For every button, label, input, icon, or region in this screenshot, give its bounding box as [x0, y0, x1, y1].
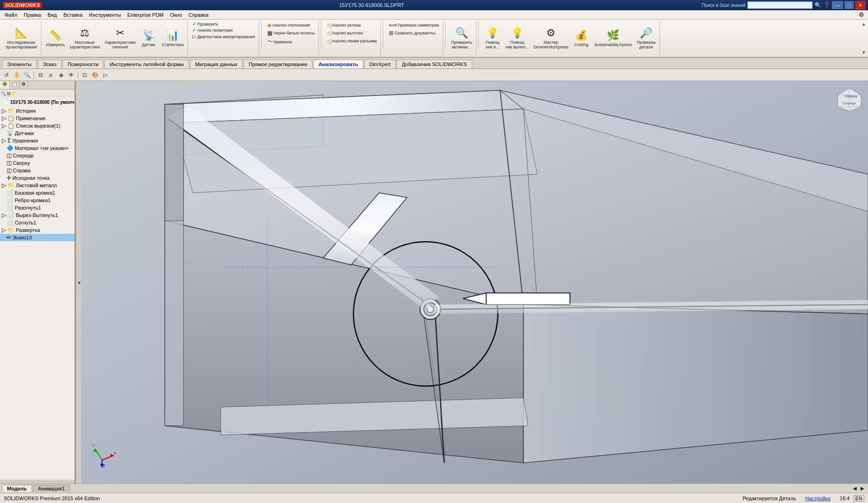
menu-epdm[interactable]: Enterprise PDM: [125, 12, 167, 18]
ribbon-btn-import-diag[interactable]: ▷ Диагностика импортирования: [190, 34, 257, 40]
ribbon-btn-wizard2[interactable]: 💡 Помощник выпол...: [504, 24, 531, 52]
ft-item-flatpattern[interactable]: ▷ 📁 Развертка: [0, 226, 75, 234]
lp-tab-config[interactable]: ⚙: [20, 81, 28, 89]
ribbon-expand-btn[interactable]: ▲: [861, 21, 866, 27]
tab-addins[interactable]: Добавления SOLIDWORKS: [397, 60, 472, 68]
ft-item-cutlist[interactable]: ▷ 📋 Список вырезов(1): [0, 122, 75, 129]
btab-animation[interactable]: Анимация1: [33, 485, 70, 492]
tb2-btn-rotate[interactable]: ↺: [2, 70, 11, 80]
viewport[interactable]: Y X Z Сверху Спереди: [81, 81, 868, 483]
ribbon-btn-geom-analyze[interactable]: ✓ Анализ геометрии: [190, 27, 257, 33]
tb2-btn-appearance[interactable]: 🎨: [90, 70, 100, 80]
tab-direct-edit[interactable]: Прямое редактирование: [244, 60, 312, 68]
ribbon-btn-undercut[interactable]: ◁ Анализ выточек: [325, 29, 379, 37]
tab-dimxpert[interactable]: DimXpert: [364, 60, 396, 68]
ft-item-material[interactable]: 🔷 Материал <не указан>: [0, 144, 75, 152]
menu-tools[interactable]: Инструменты: [86, 12, 124, 18]
left-panel-collapse[interactable]: ◀: [75, 81, 81, 483]
ribbon-btn-parting[interactable]: ◁ Анализ линии разъема: [325, 37, 379, 45]
ribbon-btn-mass[interactable]: ⚖ Массовыехарактеристики: [68, 24, 102, 52]
ft-item-rib-edge[interactable]: ⬜ Ребро-кромка1: [0, 197, 75, 204]
maximize-button[interactable]: □: [845, 1, 854, 9]
toolbar2-sep1: [34, 71, 34, 79]
ribbon-btn-check-active[interactable]: 🔍 Проверитьактивны...: [449, 24, 474, 52]
menu-insert[interactable]: Вставка: [61, 12, 85, 18]
ribbon-btn-costing[interactable]: 💰 Costing: [571, 24, 591, 52]
search-icon[interactable]: 🔍: [814, 2, 821, 8]
menu-help[interactable]: Справка: [186, 12, 211, 18]
ft-item-notes[interactable]: ▷ 📋 Примечания: [0, 115, 75, 122]
ft-item-unfold[interactable]: ⬜ Разогнуть1: [0, 204, 75, 211]
settings-label[interactable]: Настройка: [805, 496, 830, 501]
tab-casting[interactable]: Инструменты литейной формы: [104, 60, 189, 68]
ribbon-btn-part-check[interactable]: 🔎 Проверкадетали: [635, 24, 657, 52]
help-icon[interactable]: ❓: [823, 2, 830, 8]
tb2-btn-more[interactable]: ▷: [101, 70, 110, 80]
tb2-btn-display-mode[interactable]: ◈: [56, 70, 66, 80]
minimize-button[interactable]: —: [832, 1, 843, 9]
ribbon-btn-sustainability-label: SustainabilityXpress: [594, 42, 632, 47]
ft-item-right[interactable]: ◫ Справа: [0, 167, 75, 174]
ribbon-btn-symmetry[interactable]: ⟺ Проверка симметрии: [387, 21, 441, 29]
ribbon-btn-measure[interactable]: 📏 Измерить: [44, 24, 67, 52]
close-button[interactable]: ✕: [855, 1, 865, 9]
menu-edit[interactable]: Правка: [21, 12, 44, 18]
svg-text:Y: Y: [92, 443, 95, 448]
ribbon-btn-compare-docs[interactable]: ⊞ Сравнить документы: [387, 29, 441, 37]
lang-indicator[interactable]: EN: [854, 495, 864, 502]
menu-file[interactable]: Файл: [2, 12, 20, 18]
ribbon-btn-sustainability[interactable]: 🌿 SustainabilityXpress: [592, 24, 634, 52]
view-cube[interactable]: Сверху Спереди: [835, 86, 863, 115]
tab-surfaces[interactable]: Поверхности: [62, 60, 103, 68]
menu-view[interactable]: Вид: [45, 12, 60, 18]
ft-item-history[interactable]: ▷ 📁 История: [0, 107, 75, 115]
part-check-icon: 🔎: [640, 27, 652, 39]
tb2-btn-zoom-in[interactable]: 🔍: [22, 70, 32, 80]
tab-migration[interactable]: Миграция данных: [190, 60, 243, 68]
ft-ribedge-label: Ребро-кромка1: [15, 197, 51, 203]
ft-item-bend[interactable]: ⬜ Согнуть1: [0, 219, 75, 226]
ribbon-group-compare: ⟺ Проверка симметрии ⊞ Сравнить документ…: [385, 20, 443, 56]
tb2-btn-section-view[interactable]: ⧈: [46, 70, 55, 80]
tab-sketch[interactable]: Эскиз: [38, 60, 61, 68]
ft-root[interactable]: 📄 15У175 30-618000 (По умолч...: [0, 98, 75, 106]
ft-item-baseedge[interactable]: ⬜ Базовая кромка1: [0, 189, 75, 197]
hscroll-left[interactable]: ◀: [851, 486, 859, 491]
tb2-btn-pan[interactable]: ✋: [12, 70, 21, 80]
tb2-btn-view-sel[interactable]: ⊡: [80, 70, 89, 80]
tab-elements[interactable]: Элементы: [2, 60, 37, 68]
btab-model[interactable]: Модель: [2, 485, 32, 492]
ft-item-origin[interactable]: ✛ Исходная точка: [0, 174, 75, 182]
search-input[interactable]: [747, 1, 813, 9]
ft-item-sheetmetal[interactable]: ▷ 📁 Листовой металл: [0, 182, 75, 189]
ft-item-front[interactable]: ◫ Спереди: [0, 152, 75, 159]
ft-item-sensors[interactable]: 📡 Датчики: [0, 129, 75, 137]
ft-item-equations[interactable]: ▷ Σ Уравнения: [0, 137, 75, 144]
tb2-btn-hide-show[interactable]: 👁: [67, 70, 76, 80]
options-icon[interactable]: ⚙: [857, 11, 866, 18]
ribbon-btn-check[interactable]: ✓ Проверить: [190, 21, 257, 27]
ribbon-btn-zebra[interactable]: ▦ Черно-белые полосы: [265, 29, 317, 37]
ft-item-extrude-cut[interactable]: ▷ ⬜ Вырез-Вытянуть1: [0, 211, 75, 219]
ribbon-btn-wizard1[interactable]: 💡 Помощник в...: [482, 24, 503, 52]
ribbon-btn-sensor[interactable]: 📡 Датчик: [138, 24, 159, 52]
lp-tab-properties[interactable]: 📋: [10, 81, 20, 89]
ribbon-btn-stats[interactable]: 📊 Статистика: [160, 24, 185, 52]
ribbon-btn-deviation[interactable]: ◈ Анализ отклонения: [265, 21, 317, 29]
ribbon-btn-curvature[interactable]: 〜 Кривизна: [265, 37, 317, 46]
ribbon-btn-section[interactable]: ✂ Характеристикисечения: [102, 24, 137, 52]
ribbon-btn-parting-label: Анализ линии разъема: [332, 39, 377, 43]
menu-window[interactable]: Окно: [167, 12, 185, 18]
ribbon-btn-driveWorks[interactable]: ⚙ МастерDriveWorksXpress: [532, 24, 570, 52]
ft-item-top[interactable]: ◫ Сверху: [0, 159, 75, 167]
left-panel-scrollbar[interactable]: [0, 480, 75, 483]
ft-item-sketch13[interactable]: ✏ Эскиз13: [0, 234, 75, 241]
lp-tab-tree[interactable]: 🌳: [0, 81, 10, 89]
tb2-btn-view-orient[interactable]: ⊟: [36, 70, 45, 80]
ribbon-btn-design-study[interactable]: 📐 Исследованиепроектирования: [4, 24, 39, 52]
ribbon-expand-btn2[interactable]: ▼: [861, 50, 866, 55]
titlebar: SOLIDWORKS 15У175 30-618000.SLDPRT Поиск…: [0, 0, 868, 10]
tab-analyze[interactable]: Анализировать: [313, 60, 363, 68]
hscroll-right[interactable]: ▶: [859, 486, 866, 491]
ribbon-btn-draft[interactable]: ◁ Анализ уклона: [325, 21, 379, 29]
